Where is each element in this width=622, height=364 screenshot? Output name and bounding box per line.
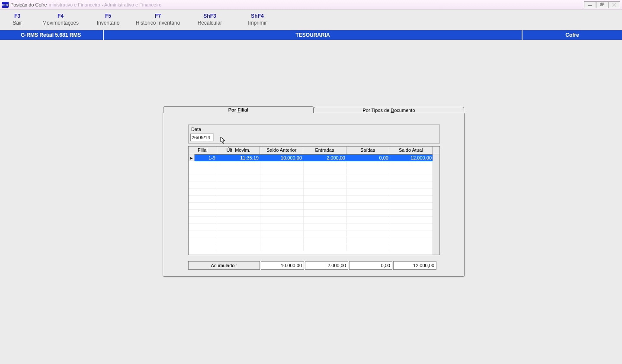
menu-bar: F3 Sair F4 Movimentações F5 Inventário F…	[0, 10, 622, 30]
menu-label: Histórico Inventário	[130, 20, 186, 26]
totals-entradas: 2.000,00	[305, 261, 348, 270]
table-row-empty	[189, 230, 439, 237]
header-ult-movim[interactable]: Últ. Movim.	[217, 147, 260, 154]
menu-imprimir[interactable]: ShF4 Imprimir	[234, 11, 281, 30]
menu-shortcut: F3	[0, 13, 35, 19]
minimize-icon	[588, 3, 592, 6]
menu-shortcut: ShF3	[186, 13, 234, 19]
data-grid[interactable]: Filial Últ. Movim. Saldo Anterior Entrad…	[188, 146, 440, 255]
close-icon	[612, 3, 616, 7]
header-saldo-atual[interactable]: Saldo Atual	[389, 147, 433, 154]
table-row-empty	[189, 203, 439, 210]
info-bar: G-RMS Retail 5.681 RMS TESOURARIA Cofre	[0, 30, 622, 40]
menu-label: Inventário	[87, 20, 130, 26]
menu-recalcular[interactable]: ShF3 Recalcular	[186, 11, 234, 30]
cell-filial: 1-9	[195, 154, 217, 161]
grid-body: ▸ 1-9 11:35:19 10.000,00 2.000,00 0,00 1…	[189, 154, 439, 255]
info-module: TESOURARIA	[104, 30, 523, 40]
menu-label: Sair	[0, 20, 35, 26]
content-area: Por Filial Por Tipos de Documento Data F…	[0, 40, 622, 364]
maximize-icon	[600, 3, 604, 7]
cell-saldo-anterior: 10.000,00	[260, 154, 304, 161]
scrollbar[interactable]	[433, 154, 439, 255]
table-row-empty	[189, 244, 439, 251]
menu-sair[interactable]: F3 Sair	[0, 11, 35, 30]
table-row-empty	[189, 182, 439, 189]
menu-historico-inventario[interactable]: F7 Histórico Inventário	[130, 11, 186, 30]
title-bar: rms Posição do Cofre ministrativo e Fina…	[0, 0, 622, 10]
table-row-empty	[189, 237, 439, 244]
menu-shortcut: F5	[87, 13, 130, 19]
menu-shortcut: F4	[35, 13, 87, 19]
totals-saidas: 0,00	[349, 261, 392, 270]
table-row-empty	[189, 161, 439, 168]
menu-inventario[interactable]: F5 Inventário	[87, 11, 130, 30]
menu-movimentacoes[interactable]: F4 Movimentações	[35, 11, 87, 30]
tabs: Por Filial Por Tipos de Documento	[163, 106, 464, 113]
table-row-empty	[189, 168, 439, 175]
header-scroll-spacer	[433, 147, 439, 154]
grid-header: Filial Últ. Movim. Saldo Anterior Entrad…	[189, 147, 439, 154]
date-input[interactable]	[190, 134, 214, 141]
cell-saldo-atual: 12.000,00	[390, 154, 433, 161]
totals-saldo-anterior: 10.000,00	[261, 261, 304, 270]
info-app-version: G-RMS Retail 5.681 RMS	[0, 30, 104, 40]
tab-por-filial[interactable]: Por Filial	[163, 106, 314, 113]
menu-label: Recalcular	[186, 20, 234, 26]
window-title-suffix: ministrativo e Financeiro - Administrati…	[48, 2, 584, 7]
cell-entradas: 2.000,00	[304, 154, 347, 161]
table-row-empty	[189, 189, 439, 196]
table-row-empty	[189, 210, 439, 217]
menu-shortcut: F7	[130, 13, 186, 19]
menu-shortcut: ShF4	[234, 13, 281, 19]
date-label: Data	[191, 127, 201, 132]
maximize-button[interactable]	[596, 1, 608, 8]
header-saldo-anterior[interactable]: Saldo Anterior	[260, 147, 303, 154]
minimize-button[interactable]	[584, 1, 596, 8]
menu-label: Movimentações	[35, 20, 87, 26]
totals-label: Acumulado :	[188, 261, 260, 270]
menu-label: Imprimir	[234, 20, 281, 26]
close-button[interactable]	[608, 1, 620, 8]
date-group: Data	[188, 125, 440, 144]
totals-row: Acumulado : 10.000,00 2.000,00 0,00 12.0…	[188, 261, 440, 270]
table-row[interactable]: ▸ 1-9 11:35:19 10.000,00 2.000,00 0,00 1…	[189, 154, 439, 161]
row-indicator-icon: ▸	[189, 154, 195, 161]
header-entradas[interactable]: Entradas	[303, 147, 346, 154]
table-row-empty	[189, 175, 439, 182]
table-row-empty	[189, 217, 439, 224]
tab-por-tipos-documento[interactable]: Por Tipos de Documento	[314, 107, 464, 113]
table-row-empty	[189, 196, 439, 203]
window-title: Posição do Cofre	[10, 2, 47, 7]
table-row-empty	[189, 224, 439, 230]
cell-saidas: 0,00	[347, 154, 390, 161]
main-panel: Por Filial Por Tipos de Documento Data F…	[163, 112, 465, 277]
cell-ult-movim: 11:35:19	[217, 154, 260, 161]
header-filial[interactable]: Filial	[189, 147, 217, 154]
info-context: Cofre	[523, 30, 622, 40]
header-saidas[interactable]: Saídas	[346, 147, 390, 154]
totals-saldo-atual: 12.000,00	[393, 261, 436, 270]
app-icon: rms	[2, 2, 9, 8]
